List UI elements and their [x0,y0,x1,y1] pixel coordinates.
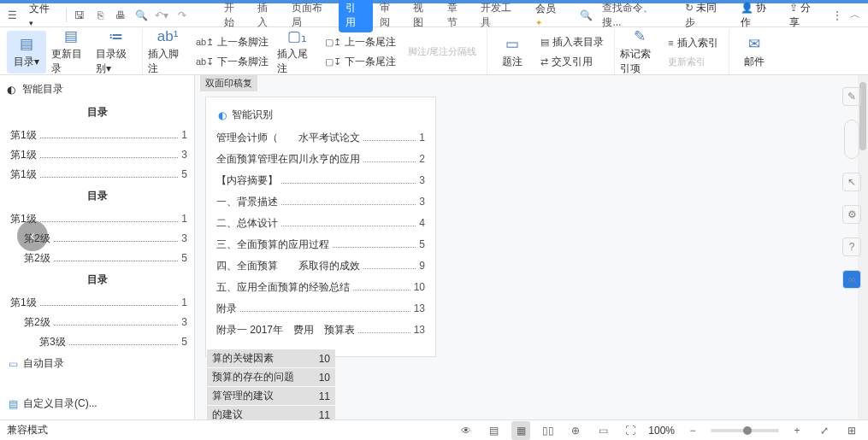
mail-button[interactable]: ✉邮件 [735,31,774,73]
redo-icon[interactable]: ↷ [173,6,192,25]
doc-toc-row[interactable]: 全面预算管理在四川永亨的应用2 [215,149,427,170]
tab-member[interactable]: 会员✦ [528,0,569,31]
file-menu[interactable]: 文件 ▾ [22,0,63,31]
toc-sample-row[interactable]: 第1级1 [2,292,192,312]
tab-start[interactable]: 开始 [217,0,251,32]
zoom-in-icon[interactable]: + [788,421,806,440]
next-endnote[interactable]: ▢↧ 下一条尾注 [322,53,399,71]
search-icon[interactable]: 🔍 [577,6,596,25]
sync-status[interactable]: ↻ 未同步 [678,0,733,32]
doc-toc-row[interactable]: 一、背景描述3 [215,191,427,213]
tab-dev[interactable]: 开发工具 [474,0,528,32]
collapse-ribbon-icon[interactable]: ︿ [846,6,865,25]
tab-references[interactable]: 引用 [339,0,373,32]
doc-page: ◐ 智能识别 管理会计师（ 水平考试论文1全面预算管理在四川永亨的应用2【内容摘… [205,97,436,357]
tab-insert[interactable]: 插入 [251,0,285,32]
smart-toc-header[interactable]: ◐智能目录 [2,79,192,100]
rs-edit-icon[interactable]: ✎ [842,87,861,106]
print-icon[interactable]: 🖶 [111,6,130,25]
undo-icon[interactable]: ↶▾ [152,6,171,25]
toc-sample-row[interactable]: 第1级3 [2,144,192,164]
mark-index-button[interactable]: ✎标记索引项 [620,31,659,73]
toc-sample-row[interactable]: 第1级1 [2,125,192,144]
doc-toc-row[interactable]: 二、总体设计4 [215,213,427,234]
sb-focus-icon[interactable]: ⛶ [621,421,640,440]
smart-recognize-header[interactable]: ◐ 智能识别 [215,103,427,127]
doc-toc-row[interactable]: 【内容摘要】3 [215,170,427,191]
toc-sample-title-2: 目录 [2,184,192,208]
ribbon: ▤目录▾ ▤更新目录 ≔目录级别▾ ab¹插入脚注 ab↥ 上一条脚注 ab↧ … [0,27,868,75]
tab-view[interactable]: 视图 [406,0,440,32]
highlighted-lines: 算的关键因素10预算的存在的问题10算管理的建议11的建议11 [207,349,335,424]
toc-sample-title-3: 目录 [2,267,192,292]
doc-toc-row[interactable]: 附录一 2017年 费用 预算表13 [215,320,427,341]
insert-index[interactable]: ≡ 插入索引 [664,34,721,52]
status-bar: 兼容模式 👁 ▤ ▦ ▯▯ ⊕ ▭ ⛶ 100% − + ⤢ ⊞ [0,419,868,440]
toc-button[interactable]: ▤目录▾ [7,31,46,73]
sb-book-icon[interactable]: ▯▯ [539,421,558,440]
doc-toc-row[interactable]: 三、全面预算的应用过程5 [215,234,427,255]
more-icon[interactable]: ⋮ [828,6,847,25]
rs-cloud-icon[interactable]: ∞ [842,270,861,289]
tab-chapter[interactable]: 章节 [440,0,475,32]
caption-button[interactable]: ▭题注 [493,31,532,73]
toc-dropdown-panel: ◐智能目录 目录 第1级1第1级3第1级5 目录 第1级1第2级3第2级5 目录… [0,75,195,419]
doc-cutoff-text: 双面印稿复 [200,75,257,91]
rs-settings-icon[interactable]: ⚙ [842,205,861,224]
toc-sample-row[interactable]: 第1级5 [2,164,192,184]
update-toc-button[interactable]: ▤更新目录 [51,31,91,73]
doc-toc-row[interactable]: 附录13 [215,298,427,320]
coop-button[interactable]: 👤 协作 [734,0,783,32]
sb-view1-icon[interactable]: ▤ [484,421,503,440]
sb-web-icon[interactable]: ⊕ [566,421,585,440]
rs-help-icon[interactable]: ? [842,238,861,256]
auto-toc[interactable]: ▭自动目录 [2,351,192,376]
zoom-label: 100% [648,425,675,437]
insert-tof[interactable]: ▤ 插入表目录 [537,33,607,51]
rs-pointer-icon[interactable]: ↖ [842,173,861,191]
rs-pill[interactable] [844,120,859,159]
cursor-overlay: ‹ [17,220,48,251]
highlight-line: 算的关键因素10 [207,349,335,367]
sb-outline-icon[interactable]: ▭ [593,421,612,440]
toc-level-button[interactable]: ≔目录级别▾ [96,31,135,73]
prev-endnote[interactable]: ▢↥ 上一条尾注 [322,33,399,51]
share-button[interactable]: ⇪ 分享 [782,0,828,32]
sb-eye-icon[interactable]: 👁 [457,421,475,440]
cross-reference[interactable]: ⇄ 交叉引用 [537,53,607,71]
sb-fullscreen-icon[interactable]: ⤢ [815,421,834,440]
sb-view2-icon[interactable]: ▦ [511,421,530,440]
update-index: 更新索引 [664,54,721,70]
menu-icon[interactable]: ☰ [3,6,22,25]
tab-review[interactable]: 审阅 [373,0,407,32]
menubar: ☰ 文件 ▾ 🖫 ⎘ 🖶 🔍 ↶▾ ↷ 开始 插入 页面布局 引用 审阅 视图 … [0,3,868,27]
insert-footnote-button[interactable]: ab¹插入脚注 [148,31,187,73]
zoom-slider[interactable] [711,429,779,432]
insert-endnote-button[interactable]: ▢₁插入尾注 [277,31,316,73]
doc-toc-row[interactable]: 四、全面预算 系取得的成效9 [215,255,427,277]
save-icon[interactable]: 🖫 [70,6,89,25]
footnote-separator: 脚注/尾注分隔线 [404,44,480,60]
doc-toc-row[interactable]: 五、应用全面预算的经验总结10 [215,277,427,298]
doc-toc-row[interactable]: 管理会计师（ 水平考试论文1 [215,127,427,149]
highlight-line: 算管理的建议11 [207,387,335,405]
toc-sample-row[interactable]: 第3级5 [2,331,192,351]
toc-sample-row[interactable]: 第2级3 [2,312,192,331]
sb-more-icon[interactable]: ⊞ [842,421,861,440]
mode-label: 兼容模式 [7,423,48,437]
find-icon[interactable]: 🔍 [132,6,151,25]
prev-footnote[interactable]: ab↥ 上一条脚注 [192,33,272,51]
highlight-line: 预算的存在的问题10 [207,368,335,386]
custom-toc[interactable]: ▤自定义目录(C)... [2,391,192,416]
right-sidebar: ✎ ↖ ⚙ ? ∞ [836,82,868,289]
print-preview-icon[interactable]: ⎘ [91,6,109,25]
toc-sample-title-1: 目录 [2,100,192,125]
zoom-out-icon[interactable]: − [683,421,702,440]
next-footnote[interactable]: ab↧ 下一条脚注 [192,53,272,71]
